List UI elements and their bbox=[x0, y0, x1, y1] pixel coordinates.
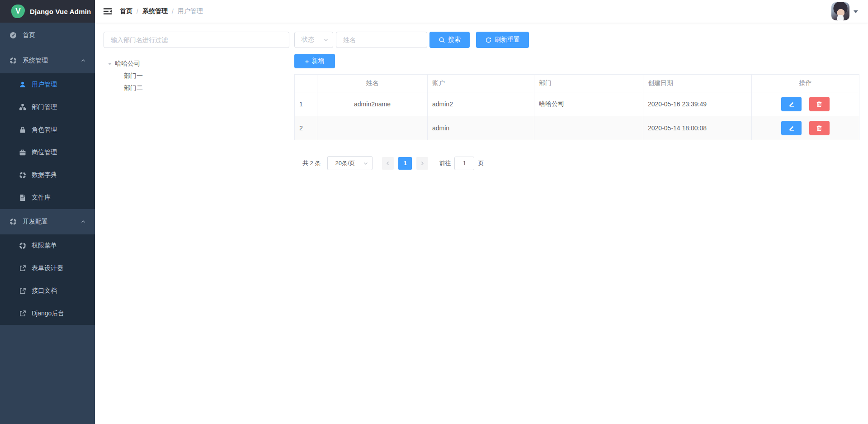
chevron-up-icon bbox=[80, 219, 86, 224]
sidebar-item-roles[interactable]: 角色管理 bbox=[0, 119, 95, 141]
cell-department bbox=[534, 116, 643, 140]
add-button[interactable]: + 新增 bbox=[294, 54, 335, 68]
search-button-label: 搜索 bbox=[448, 36, 461, 44]
breadcrumb-home[interactable]: 首页 bbox=[120, 7, 132, 15]
status-select[interactable]: 状态 bbox=[294, 32, 333, 48]
page-number-button[interactable]: 1 bbox=[398, 157, 412, 170]
external-link-icon bbox=[19, 310, 26, 317]
search-button[interactable]: 搜索 bbox=[429, 32, 470, 48]
document-icon bbox=[19, 194, 26, 201]
sidebar-item-label: 岗位管理 bbox=[32, 148, 57, 157]
cell-index: 1 bbox=[295, 92, 317, 116]
prev-page-button[interactable] bbox=[382, 157, 394, 170]
page-unit-label: 页 bbox=[478, 159, 484, 167]
hamburger-icon[interactable] bbox=[95, 0, 119, 23]
cell-created: 2020-05-14 18:00:08 bbox=[643, 116, 752, 140]
sidebar-item-permission-menu[interactable]: 权限菜单 bbox=[0, 234, 95, 257]
submenu-system: 用户管理 部门管理 角色管理 岗位管理 bbox=[0, 73, 95, 209]
sidebar-item-label: 权限菜单 bbox=[32, 242, 57, 250]
external-link-icon bbox=[19, 287, 26, 295]
cell-name bbox=[317, 116, 428, 140]
avatar[interactable] bbox=[831, 2, 849, 20]
dashboard-icon bbox=[9, 32, 17, 39]
sidebar-item-form-designer[interactable]: 表单设计器 bbox=[0, 257, 95, 280]
sidebar-item-departments[interactable]: 部门管理 bbox=[0, 96, 95, 119]
chevron-down-icon bbox=[363, 161, 368, 166]
col-account: 账户 bbox=[428, 75, 534, 92]
component-icon bbox=[19, 242, 26, 249]
cell-name: admin2name bbox=[317, 92, 428, 116]
sidebar-menu: 首页 系统管理 用户管理 部门管理 bbox=[0, 23, 95, 325]
cell-index: 2 bbox=[295, 116, 317, 140]
page-size-select[interactable]: 20条/页 bbox=[327, 156, 373, 170]
sidebar-item-home[interactable]: 首页 bbox=[0, 23, 95, 48]
breadcrumb-system[interactable]: 系统管理 bbox=[142, 7, 168, 15]
caret-expanded-icon[interactable] bbox=[108, 63, 112, 67]
users-table: 姓名 账户 部门 创建日期 操作 1 admin2name admin2 哈哈公… bbox=[294, 74, 859, 140]
page-size-value: 20条/页 bbox=[335, 159, 355, 167]
sidebar-item-label: 文件库 bbox=[32, 194, 51, 202]
pagination-total: 共 2 条 bbox=[302, 159, 321, 167]
tree-node-company[interactable]: 哈哈公司 bbox=[104, 58, 289, 70]
department-filter-input[interactable] bbox=[104, 32, 289, 48]
sidebar-item-label: 数据字典 bbox=[32, 171, 57, 179]
cell-actions bbox=[752, 92, 859, 116]
delete-button[interactable] bbox=[809, 121, 830, 135]
refresh-icon bbox=[485, 37, 492, 43]
user-icon bbox=[19, 81, 26, 88]
sidebar-item-api-docs[interactable]: 接口文档 bbox=[0, 280, 95, 302]
next-page-button[interactable] bbox=[416, 157, 428, 170]
sidebar-item-django-admin[interactable]: Django后台 bbox=[0, 302, 95, 325]
sidebar-item-users[interactable]: 用户管理 bbox=[0, 73, 95, 96]
table-header-row: 姓名 账户 部门 创建日期 操作 bbox=[295, 75, 859, 92]
cell-created: 2020-05-16 23:39:49 bbox=[643, 92, 752, 116]
sidebar-group-label: 系统管理 bbox=[23, 57, 48, 65]
goto-label: 前往 bbox=[439, 159, 451, 167]
col-actions: 操作 bbox=[752, 75, 859, 92]
page-content: 哈哈公司 部门一 部门二 状态 bbox=[95, 23, 868, 170]
col-name: 姓名 bbox=[317, 75, 428, 92]
edit-button[interactable] bbox=[781, 97, 802, 111]
edit-pencil-icon bbox=[788, 125, 795, 131]
name-filter-input[interactable] bbox=[336, 32, 427, 48]
component-icon bbox=[19, 172, 26, 179]
filter-row: 状态 搜索 刷新重置 bbox=[294, 32, 859, 48]
sidebar-item-label: 部门管理 bbox=[32, 103, 57, 111]
goto-page-input[interactable] bbox=[454, 157, 474, 170]
sidebar-item-label: 表单设计器 bbox=[32, 264, 63, 272]
sidebar-item-files[interactable]: 文件库 bbox=[0, 186, 95, 209]
sidebar-item-dictionary[interactable]: 数据字典 bbox=[0, 164, 95, 186]
sidebar-item-label: 用户管理 bbox=[32, 81, 57, 89]
col-created: 创建日期 bbox=[643, 75, 752, 92]
tree-node-dept1[interactable]: 部门一 bbox=[104, 70, 289, 82]
external-link-icon bbox=[19, 265, 26, 272]
component-icon bbox=[9, 218, 17, 225]
delete-button[interactable] bbox=[809, 97, 830, 111]
user-menu[interactable] bbox=[831, 2, 858, 20]
pagination-goto: 前往 页 bbox=[439, 157, 484, 170]
user-panel: 状态 搜索 刷新重置 bbox=[294, 32, 859, 170]
top-navbar: 首页 / 系统管理 / 用户管理 bbox=[95, 0, 868, 23]
chevron-down-icon bbox=[323, 37, 329, 43]
department-panel: 哈哈公司 部门一 部门二 bbox=[104, 32, 289, 170]
sidebar-item-label: Django后台 bbox=[32, 310, 64, 318]
status-select-placeholder: 状态 bbox=[302, 36, 314, 44]
sidebar-group-devconfig[interactable]: 开发配置 bbox=[0, 209, 95, 234]
app-title: Django Vue Admin bbox=[30, 8, 91, 15]
trash-icon bbox=[816, 125, 822, 131]
tree-node-dept2[interactable]: 部门二 bbox=[104, 82, 289, 94]
table-row: 1 admin2name admin2 哈哈公司 2020-05-16 23:3… bbox=[295, 92, 859, 116]
refresh-reset-button[interactable]: 刷新重置 bbox=[476, 32, 529, 48]
plus-icon: + bbox=[305, 58, 309, 65]
chevron-up-icon bbox=[80, 58, 86, 63]
sidebar-item-posts[interactable]: 岗位管理 bbox=[0, 141, 95, 164]
col-index bbox=[295, 75, 317, 92]
breadcrumb: 首页 / 系统管理 / 用户管理 bbox=[120, 7, 203, 15]
sidebar-item-label: 角色管理 bbox=[32, 126, 57, 134]
breadcrumb-separator: / bbox=[172, 8, 174, 15]
refresh-button-label: 刷新重置 bbox=[495, 36, 520, 44]
sidebar-item-label: 接口文档 bbox=[32, 287, 57, 295]
sidebar-group-system[interactable]: 系统管理 bbox=[0, 48, 95, 73]
edit-button[interactable] bbox=[781, 121, 802, 135]
app-logo[interactable]: V Django Vue Admin bbox=[0, 0, 95, 23]
